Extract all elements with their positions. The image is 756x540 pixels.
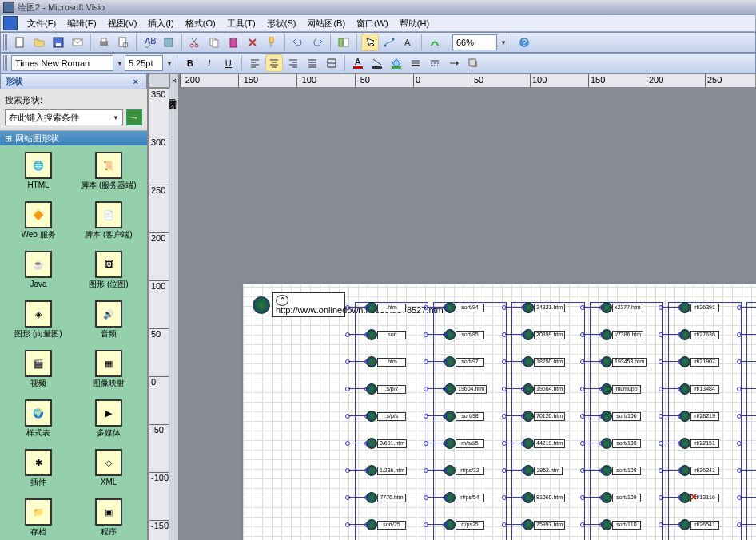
- drawing-page[interactable]: ⌃ http://www.onlinedown.net/soft/578527.…: [243, 284, 756, 540]
- menu-sitemap[interactable]: 网站图(B): [302, 16, 350, 31]
- sitemap-node[interactable]: sort/98: [444, 411, 484, 422]
- sitemap-node[interactable]: sort/94: [444, 302, 484, 313]
- sitemap-node[interactable]: rt/13116: [679, 492, 719, 503]
- menu-shape[interactable]: 形状(S): [262, 16, 301, 31]
- sitemap-node[interactable]: .htm: [366, 302, 406, 313]
- print-button[interactable]: [95, 34, 113, 51]
- chevron-down-icon[interactable]: ▼: [113, 114, 119, 121]
- font-dropdown-icon[interactable]: ▼: [117, 60, 123, 67]
- sitemap-node[interactable]: rt/28219: [679, 411, 719, 422]
- sitemap-node[interactable]: rt/26541: [679, 519, 719, 530]
- sitemap-node[interactable]: sort/108: [601, 438, 641, 449]
- sitemap-node[interactable]: .s/p/7: [366, 383, 406, 395]
- shape-master-脚本 (服务器端)[interactable]: 📜脚本 (服务器端): [77, 152, 141, 198]
- sitemap-node[interactable]: rt/13484: [679, 383, 719, 395]
- sitemap-node[interactable]: sort/109: [601, 492, 641, 503]
- shape-master-图形 (向量图)[interactable]: ◈图形 (向量图): [6, 300, 70, 347]
- sitemap-node[interactable]: 81060.htm: [523, 492, 565, 503]
- sitemap-node[interactable]: rt/ps/32: [444, 465, 484, 476]
- italic-button[interactable]: I: [201, 54, 218, 72]
- font-color-button[interactable]: A: [349, 54, 367, 72]
- sitemap-node[interactable]: 44219.htm: [523, 438, 565, 449]
- sitemap-node[interactable]: rt/22151: [679, 438, 719, 449]
- menu-help[interactable]: 帮助(H): [395, 16, 434, 31]
- shapes-window-button[interactable]: [335, 34, 352, 51]
- shape-master-XML[interactable]: ◇XML: [77, 449, 141, 495]
- align-center-button[interactable]: [265, 54, 283, 72]
- cut-button[interactable]: [186, 34, 204, 51]
- toolbar-grip[interactable]: [3, 34, 8, 50]
- sitemap-node[interactable]: 19604.htm: [444, 383, 487, 395]
- spelling-button[interactable]: ABC: [141, 34, 158, 51]
- sitemap-node[interactable]: rt/ps25: [444, 519, 484, 530]
- sitemap-node[interactable]: .sort: [366, 329, 406, 340]
- shape-master-Web 服务[interactable]: 🔶Web 服务: [6, 201, 70, 248]
- bold-button[interactable]: B: [181, 54, 199, 72]
- align-right-button[interactable]: [284, 54, 302, 72]
- line-ends-button[interactable]: [445, 54, 463, 72]
- sitemap-node[interactable]: rt/27636: [679, 329, 719, 340]
- toolbar-grip[interactable]: [3, 55, 8, 71]
- menu-insert[interactable]: 插入(I): [143, 16, 178, 31]
- align-justify-button[interactable]: [304, 54, 321, 72]
- sitemap-node[interactable]: 20899.htm: [523, 329, 565, 340]
- help-button[interactable]: ?: [515, 34, 533, 51]
- root-node[interactable]: ⌃ http://www.onlinedown.net/soft/578527.…: [253, 292, 345, 317]
- sitemap-node[interactable]: sort/106: [601, 411, 641, 422]
- sitemap-node[interactable]: .s/p/s: [366, 411, 406, 422]
- menu-tools[interactable]: 工具(T): [222, 16, 261, 31]
- research-button[interactable]: [160, 34, 177, 51]
- connector-tool-button[interactable]: [380, 34, 398, 51]
- sitemap-node[interactable]: rt/21907: [679, 356, 719, 367]
- sitemap-node[interactable]: rt/ps/54: [444, 492, 484, 503]
- shape-master-图像映射[interactable]: ▦图像映射: [77, 350, 141, 396]
- sitemap-node[interactable]: sort/25: [366, 519, 406, 530]
- new-button[interactable]: [11, 34, 29, 51]
- shape-master-图形 (位图)[interactable]: 🖼图形 (位图): [77, 251, 141, 297]
- shape-master-视频[interactable]: 🎬视频: [6, 350, 70, 396]
- drawing-canvas[interactable]: ⌃ http://www.onlinedown.net/soft/578527.…: [179, 88, 756, 540]
- line-color-button[interactable]: [368, 54, 386, 72]
- shape-master-插件[interactable]: ✱插件: [6, 449, 70, 495]
- undo-button[interactable]: [289, 34, 307, 51]
- search-input[interactable]: 在此键入搜索条件 ▼: [5, 109, 123, 125]
- sitemap-node[interactable]: rt/36341: [679, 465, 719, 476]
- sitemap-node[interactable]: sort/85: [444, 329, 484, 340]
- menu-edit[interactable]: 编辑(E): [62, 16, 101, 31]
- sitemap-node[interactable]: 75997.htm: [523, 519, 565, 530]
- paste-button[interactable]: [225, 34, 242, 51]
- shadow-button[interactable]: [464, 54, 482, 72]
- list-window-pane[interactable]: 列表窗口: [169, 88, 179, 540]
- mail-button[interactable]: [69, 34, 86, 51]
- sitemap-node[interactable]: mumupp: [601, 383, 641, 395]
- line-weight-button[interactable]: [407, 54, 424, 72]
- sitemap-node[interactable]: sort/110: [601, 519, 641, 530]
- shape-master-样式表[interactable]: 🌍样式表: [6, 399, 70, 446]
- copy-button[interactable]: [205, 34, 223, 51]
- sitemap-node[interactable]: t/7386.htm: [601, 329, 643, 340]
- menu-window[interactable]: 窗口(W): [352, 16, 393, 31]
- open-button[interactable]: [30, 34, 48, 51]
- sitemap-node[interactable]: 1/236.htm: [366, 465, 407, 476]
- close-icon[interactable]: ×: [130, 77, 141, 86]
- shape-master-多媒体[interactable]: ▶多媒体: [77, 399, 141, 446]
- shape-master-存档[interactable]: 📁存档: [6, 498, 70, 540]
- format-painter-button[interactable]: [263, 34, 281, 51]
- sitemap-node[interactable]: 19604.htm: [523, 383, 565, 395]
- sitemap-node[interactable]: 18250.htm: [523, 356, 565, 367]
- sitemap-node[interactable]: m/ad/5: [444, 438, 484, 449]
- sitemap-node[interactable]: rt/26391: [679, 302, 719, 313]
- save-button[interactable]: [50, 34, 67, 51]
- sitemap-node[interactable]: .htm: [366, 356, 406, 367]
- underline-button[interactable]: U: [220, 54, 237, 72]
- font-input[interactable]: [11, 55, 113, 71]
- fontsize-dropdown-icon[interactable]: ▼: [166, 60, 173, 67]
- sitemap-node[interactable]: sort/97: [444, 356, 484, 367]
- shape-master-脚本 (客户端)[interactable]: 📄脚本 (客户端): [77, 201, 141, 248]
- shape-master-Java[interactable]: ☕Java: [6, 251, 70, 297]
- sitemap-node[interactable]: 7776.htm: [366, 492, 406, 503]
- sitemap-node[interactable]: 34821.htm: [523, 302, 565, 313]
- sitemap-node[interactable]: 0/691.htm: [366, 438, 407, 449]
- menu-format[interactable]: 格式(O): [181, 16, 221, 31]
- shape-master-HTML[interactable]: 🌐HTML: [6, 152, 70, 198]
